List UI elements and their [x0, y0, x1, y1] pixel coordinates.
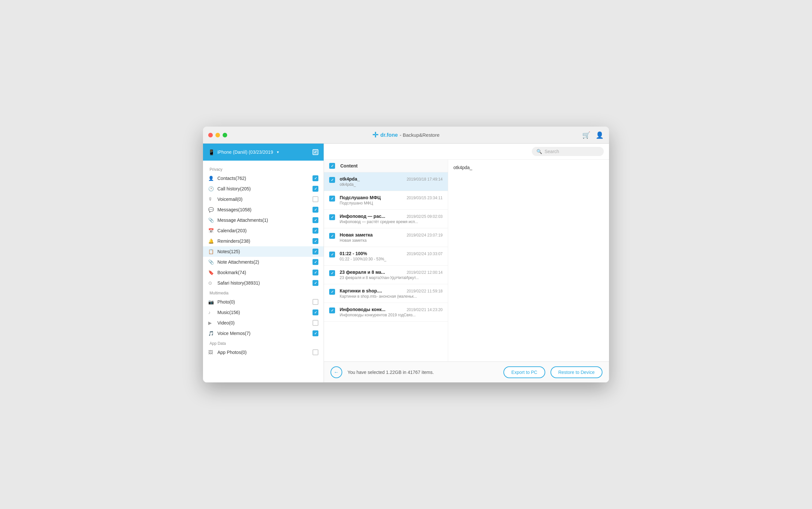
user-icon[interactable]: 👤 — [596, 131, 604, 139]
bookmark-label: Bookmark(74) — [217, 270, 312, 275]
list-item-date: 2019/02/24 23:07:19 — [407, 233, 443, 237]
notes-label: Notes(125) — [217, 249, 312, 254]
list-item-body: 23 февраля и 8 ма... 2019/02/22 12:00:14… — [340, 270, 443, 280]
device-selector[interactable]: 📱 iPhone (Daniil) (03/23/2019 ▾ — [208, 149, 279, 156]
sidebar-item-messages[interactable]: 💬 Messages(1058) — [203, 204, 324, 215]
detail-title: otk4pda_ — [453, 165, 604, 170]
logo-name: dr.fone — [380, 132, 398, 138]
call-history-checkbox[interactable] — [312, 186, 319, 192]
reminders-checkbox[interactable] — [312, 238, 319, 244]
list-item-body: 01:22 - 100% 2019/02/24 10:33:07 01:22 -… — [340, 251, 443, 261]
sidebar-item-notes[interactable]: 📋 Notes(125) — [203, 246, 324, 257]
reminders-icon: 🔔 — [208, 238, 215, 244]
sidebar-item-reminders[interactable]: 🔔 Reminders(238) — [203, 236, 324, 246]
list-item-checkbox[interactable] — [329, 177, 335, 183]
list-select-all-checkbox[interactable] — [329, 163, 335, 169]
restore-to-device-button[interactable]: Restore to Device — [551, 366, 602, 378]
sidebar-item-music[interactable]: ♪ Music(156) — [203, 307, 324, 318]
music-checkbox[interactable] — [312, 309, 319, 315]
sidebar-item-photo[interactable]: 📷 Photo(0) — [203, 297, 324, 307]
list-item-checkbox[interactable] — [329, 251, 335, 258]
app-photos-checkbox[interactable] — [312, 349, 319, 355]
export-to-pc-button[interactable]: Export to PC — [504, 366, 545, 378]
list-item[interactable]: 01:22 - 100% 2019/02/24 10:33:07 01:22 -… — [324, 247, 448, 266]
sidebar-item-voice-memos[interactable]: 🎵 Voice Memos(7) — [203, 328, 324, 339]
contacts-icon: 👤 — [208, 176, 215, 181]
sidebar-item-app-photos[interactable]: 🖼 App Photos(0) — [203, 347, 324, 358]
safari-history-icon: ⊙ — [208, 280, 215, 285]
safari-history-checkbox[interactable] — [312, 280, 319, 286]
music-label: Music(156) — [217, 310, 312, 315]
search-input[interactable] — [545, 149, 599, 154]
list-item-row: Картинки в shop.... 2019/02/22 11:59:18 — [340, 288, 443, 294]
footer: ← You have selected 1.22GB in 41767 item… — [324, 362, 609, 382]
list-item-checkbox[interactable] — [329, 270, 335, 276]
list-item[interactable]: Новая заметка 2019/02/24 23:07:19 Новая … — [324, 228, 448, 247]
sidebar-item-safari-history[interactable]: ⊙ Safari history(38931) — [203, 278, 324, 288]
back-button[interactable]: ← — [331, 366, 342, 378]
list-item-preview: 23 февраля и 8 мартаУлан-УдэЧитаИркут... — [340, 275, 443, 280]
sidebar-header[interactable]: 📱 iPhone (Daniil) (03/23/2019 ▾ — [203, 144, 324, 161]
device-label: iPhone (Daniil) (03/23/2019 — [217, 149, 273, 155]
list-item[interactable]: otk4pda_ 2019/03/18 17:49:14 otk4pda_ — [324, 172, 448, 191]
voicemail-checkbox[interactable] — [312, 196, 319, 202]
list-item[interactable]: 23 февраля и 8 ма... 2019/02/22 12:00:14… — [324, 266, 448, 284]
list-item-checkbox[interactable] — [329, 289, 335, 295]
sidebar-item-voicemail[interactable]: 🎙 Voicemail(0) — [203, 194, 324, 204]
bookmark-checkbox[interactable] — [312, 270, 319, 275]
bookmark-icon: 🔖 — [208, 270, 215, 275]
cart-icon[interactable]: 🛒 — [582, 131, 590, 139]
search-box[interactable]: 🔍 — [532, 147, 604, 156]
list-item-row: 23 февраля и 8 ма... 2019/02/22 12:00:14 — [340, 270, 443, 275]
notes-checkbox[interactable] — [312, 249, 319, 254]
minimize-button[interactable] — [215, 133, 220, 137]
messages-icon: 💬 — [208, 207, 215, 212]
sidebar-item-bookmark[interactable]: 🔖 Bookmark(74) — [203, 267, 324, 278]
video-checkbox[interactable] — [312, 320, 319, 326]
messages-checkbox[interactable] — [312, 207, 319, 213]
list-item-title: otk4pda_ — [340, 176, 360, 181]
voice-memos-checkbox[interactable] — [312, 330, 319, 336]
video-icon: ▶ — [208, 320, 215, 326]
list-item[interactable]: Инфоповоды конк... 2019/02/21 14:23:20 И… — [324, 303, 448, 321]
multimedia-section-label: Multimedia — [203, 288, 324, 297]
list-item-checkbox[interactable] — [329, 307, 335, 313]
sidebar-item-call-history[interactable]: 🕐 Call history(205) — [203, 183, 324, 194]
list-item-row: Инфоповоды конк... 2019/02/21 14:23:20 — [340, 307, 443, 312]
list-item-body: Инфоповоды конк... 2019/02/21 14:23:20 И… — [340, 307, 443, 317]
message-attachments-checkbox[interactable] — [312, 217, 319, 223]
contacts-checkbox[interactable] — [312, 175, 319, 181]
list-item[interactable]: Подслушано МФЦ 2019/03/15 23:34:11 Подсл… — [324, 191, 448, 210]
list-item-checkbox[interactable] — [329, 196, 335, 202]
list-item-title: Подслушано МФЦ — [340, 195, 381, 200]
titlebar: ✛ dr.fone - Backup&Restore 🛒 👤 — [203, 127, 609, 144]
sidebar-item-note-attachments[interactable]: 📎 Note Attachments(2) — [203, 257, 324, 267]
app-photos-icon: 🖼 — [208, 350, 215, 355]
app-photos-label: App Photos(0) — [217, 350, 312, 355]
list-item[interactable]: Инфоповод — рас... 2019/02/25 09:02:03 И… — [324, 210, 448, 228]
calendar-icon: 📅 — [208, 228, 215, 233]
list-item-checkbox[interactable] — [329, 233, 335, 239]
note-attachments-checkbox[interactable] — [312, 259, 319, 265]
photo-checkbox[interactable] — [312, 299, 319, 305]
sidebar-item-video[interactable]: ▶ Video(0) — [203, 318, 324, 328]
back-arrow-icon: ← — [334, 369, 339, 375]
note-attachments-label: Note Attachments(2) — [217, 260, 312, 265]
close-button[interactable] — [208, 133, 213, 137]
sidebar-item-contacts[interactable]: 👤 Contacts(762) — [203, 173, 324, 183]
maximize-button[interactable] — [223, 133, 227, 137]
list-item-body: Инфоповод — рас... 2019/02/25 09:02:03 И… — [340, 214, 443, 224]
safari-history-label: Safari history(38931) — [217, 280, 312, 285]
list-item-title: Инфоповод — рас... — [340, 214, 385, 219]
calendar-checkbox[interactable] — [312, 228, 319, 234]
list-item-row: Подслушано МФЦ 2019/03/15 23:34:11 — [340, 195, 443, 200]
list-item-preview: Картинки в shop.mts- анонсная (маленьк..… — [340, 294, 443, 299]
search-icon: 🔍 — [537, 149, 542, 154]
list-item-checkbox[interactable] — [329, 214, 335, 220]
titlebar-actions: 🛒 👤 — [582, 131, 604, 139]
list-item-row: Инфоповод — рас... 2019/02/25 09:02:03 — [340, 214, 443, 219]
sidebar-item-message-attachments[interactable]: 📎 Message Attachments(1) — [203, 215, 324, 226]
list-item[interactable]: Картинки в shop.... 2019/02/22 11:59:18 … — [324, 284, 448, 303]
sidebar-item-calendar[interactable]: 📅 Calendar(203) — [203, 226, 324, 236]
sidebar-select-all-checkbox[interactable] — [312, 149, 319, 155]
